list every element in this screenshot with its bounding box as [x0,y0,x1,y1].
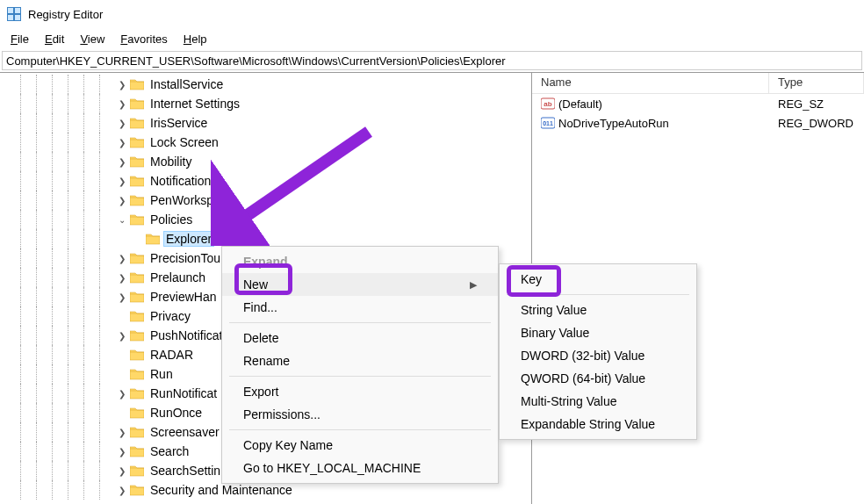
tree-item-label: Mobility [148,154,194,169]
expander-icon[interactable]: ❯ [116,155,128,168]
address-bar[interactable]: Computer\HKEY_CURRENT_USER\Software\Micr… [2,51,862,70]
value-type: REG_SZ [769,97,864,111]
tree-item-label: Policies [148,212,195,227]
ctx-goto-hklm[interactable]: Go to HKEY_LOCAL_MACHINE [222,457,498,479]
ctx-new-expandable[interactable]: Expandable String Value [500,413,696,436]
ctx-new-string[interactable]: String Value [500,299,696,321]
expander-icon[interactable] [116,368,128,380]
expander-icon[interactable] [116,407,128,419]
tree-item-lock-screen[interactable]: ❯Lock Screen [0,133,531,152]
tree-item-label: Prelaunch [148,270,208,285]
svg-text:ab: ab [544,100,551,108]
expander-icon[interactable]: ❯ [116,97,128,110]
tree-item-label: PenWorkspace [148,192,236,208]
tree-item-label: Run [148,366,176,382]
tree-item-mobility[interactable]: ❯Mobility [0,152,531,171]
context-menu-new: Key String Value Binary Value DWORD (32-… [499,263,697,440]
tree-item-label: Lock Screen [148,134,221,150]
svg-rect-1 [8,8,13,13]
tree-item-label: PrecisionTou [148,250,223,266]
svg-text:011: 011 [543,120,553,126]
app-icon [7,7,21,21]
ctx-permissions[interactable]: Permissions... [222,403,498,426]
tree-item-label: IrisService [148,115,210,131]
separator [229,322,491,323]
expander-icon[interactable]: ❯ [116,426,128,438]
separator [229,376,491,377]
menubar: File Edit View Favorites Help [0,28,864,49]
tree-item-label: PushNotificat [148,328,225,343]
tree-item-label: Screensaver [148,424,222,440]
expander-icon[interactable]: ❯ [116,329,128,342]
context-menu-key: Expand New▶ Find... Delete Rename Export… [221,246,499,484]
ctx-new[interactable]: New▶ [222,273,498,296]
svg-rect-4 [15,15,20,20]
expander-icon[interactable]: ❯ [116,291,128,303]
tree-item-irisservice[interactable]: ❯IrisService [0,113,531,133]
expander-icon[interactable] [132,233,144,245]
address-text: Computer\HKEY_CURRENT_USER\Software\Micr… [6,54,506,68]
expander-icon[interactable]: ❯ [116,78,128,90]
value-name: NoDriveTypeAutoRun [558,117,669,130]
expander-icon[interactable]: ❯ [116,464,128,477]
expander-icon[interactable]: ❯ [116,117,128,129]
ctx-new-multistring[interactable]: Multi-String Value [500,390,696,413]
menu-favorites[interactable]: Favorites [113,31,174,47]
value-name: (Default) [558,97,602,111]
ctx-new-key[interactable]: Key [500,268,696,291]
tree-item-label: RunNotificat [148,385,220,401]
menu-edit[interactable]: Edit [38,31,71,47]
window-title: Registry Editor [28,8,103,21]
ctx-new-qword[interactable]: QWORD (64-bit) Value [500,367,696,390]
expander-icon[interactable]: ❯ [116,445,128,457]
tree-item-label: RADAR [148,347,196,363]
submenu-arrow-icon: ▶ [470,279,477,291]
tree-item-label: RunOnce [148,405,205,421]
expander-icon[interactable]: ❯ [116,252,128,264]
tree-item-label: InstallService [148,76,226,92]
expander-icon[interactable]: ❯ [116,136,128,148]
expander-icon[interactable]: ❯ [116,194,128,206]
svg-rect-3 [8,15,13,20]
svg-rect-2 [15,8,20,13]
tree-item-label: Explorer [163,231,214,247]
tree-item-label: Privacy [148,308,193,324]
ctx-rename[interactable]: Rename [222,349,498,372]
list-header: Name Type [532,73,864,94]
tree-item-label: Internet Settings [148,96,242,112]
menu-help[interactable]: Help [176,31,214,47]
titlebar: Registry Editor [0,0,864,28]
tree-item-internet-settings[interactable]: ❯Internet Settings [0,94,531,113]
menu-view[interactable]: View [73,31,112,47]
expander-icon[interactable]: ❯ [116,387,128,400]
column-name[interactable]: Name [532,73,769,93]
list-row[interactable]: 011NoDriveTypeAutoRunREG_DWORD [532,113,864,133]
tree-item-penworkspace[interactable]: ❯PenWorkspace [0,191,531,210]
ctx-expand: Expand [222,250,498,273]
expander-icon[interactable]: ❯ [116,175,128,187]
expander-icon[interactable] [116,349,128,361]
tree-item-label: Security and Maintenance [148,482,295,498]
ctx-new-binary[interactable]: Binary Value [500,321,696,344]
ctx-delete[interactable]: Delete [222,327,498,349]
ctx-copy-key-name[interactable]: Copy Key Name [222,434,498,457]
ctx-new-dword[interactable]: DWORD (32-bit) Value [500,344,696,367]
list-row[interactable]: ab(Default)REG_SZ [532,94,864,113]
expander-icon[interactable]: ❯ [116,271,128,284]
tree-item-label: Search [148,443,191,459]
tree-item-notifications[interactable]: ❯Notifications [0,171,531,191]
tree-item-label: Notifications [148,173,220,189]
column-type[interactable]: Type [769,73,864,93]
separator [507,294,689,295]
tree-item-installservice[interactable]: ❯InstallService [0,75,531,94]
ctx-export[interactable]: Export [222,380,498,403]
expander-icon[interactable] [116,310,128,322]
tree-item-policies[interactable]: ⌄Policies [0,210,531,229]
menu-file[interactable]: File [4,31,36,47]
tree-item-label: PreviewHan [148,289,219,305]
ctx-find[interactable]: Find... [222,296,498,319]
tree-item-label: SearchSettin [148,463,223,479]
value-type: REG_DWORD [769,117,864,130]
expander-icon[interactable]: ❯ [116,484,128,496]
expander-icon[interactable]: ⌄ [116,213,128,226]
